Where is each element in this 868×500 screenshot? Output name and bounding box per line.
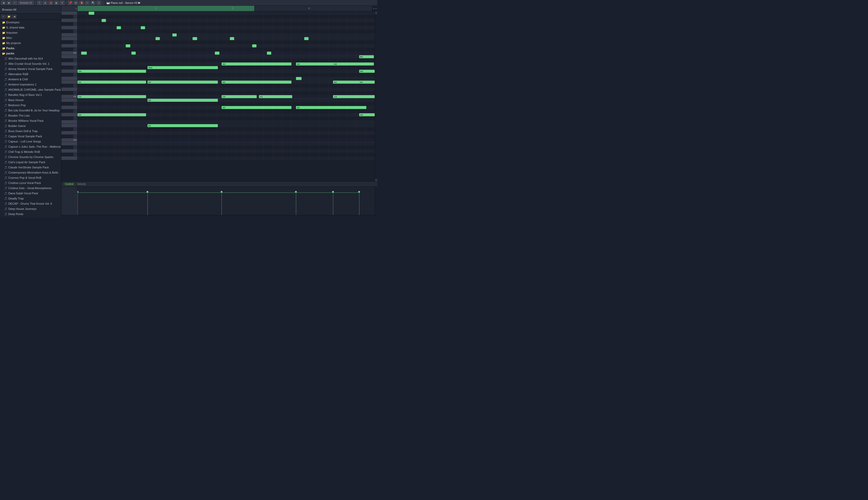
sidebar-item-afro-dancehall[interactable]: 🎵Afro Dancehall with Iss 814	[0, 56, 61, 61]
piano-key-G4[interactable]	[61, 69, 77, 73]
piano-key-F#4[interactable]	[61, 73, 73, 77]
select-tool[interactable]: ◈	[43, 1, 47, 5]
control-label-control[interactable]: Control	[64, 182, 75, 186]
piano-key-A#4[interactable]	[61, 58, 73, 62]
sidebar-item-ciels-liquid[interactable]: 🎵Ciel's Liquid Air Sample Pack	[0, 160, 61, 165]
note-G#4-4[interactable]: G#4	[147, 66, 218, 69]
sidebar-item-bandlez[interactable]: 🎵Bandlez Bag of Bass Vol.1	[0, 92, 61, 98]
note-G3-37[interactable]: G3	[359, 113, 375, 116]
piano-key-E5[interactable]	[61, 37, 77, 41]
piano-key-A3[interactable]	[61, 106, 77, 109]
sidebar-item-contemporary[interactable]: 🎵Contemporary Minimalism Keys & Bells	[0, 170, 61, 175]
piano-key-A#2[interactable]	[61, 146, 73, 149]
sidebar-item-boi1da[interactable]: 🎵Boi-1da Soundkit B..ds for Your Headtop	[0, 108, 61, 113]
note-E4-36[interactable]: E4	[359, 81, 375, 84]
note-A4-8[interactable]: A4	[221, 62, 292, 66]
piano-key-G#2[interactable]	[61, 153, 73, 157]
sidebar-item-breakin-law[interactable]: 🎵Breakin The Law	[0, 113, 61, 118]
sidebar-item-buss-down[interactable]: 🎵Buss Down Drill & Trap	[0, 128, 61, 134]
note-E5-18[interactable]	[193, 37, 197, 40]
sidebar-item-claude[interactable]: 🎵Claude VonStroke Sample Pack	[0, 165, 61, 170]
sidebar-item-envelopes[interactable]: 📁Envelopes	[0, 20, 61, 25]
sidebar-item-capsun-lofi[interactable]: 🎵Capsun - Lofi Love Songs	[0, 139, 61, 144]
note-G4-0[interactable]: G4	[78, 70, 146, 73]
note-D5-22[interactable]	[252, 44, 256, 47]
right-scrollbar[interactable]: ▲ ▼	[375, 11, 377, 181]
piano-key-G5[interactable]	[61, 26, 77, 30]
piano-key-A2[interactable]	[61, 149, 77, 153]
piano-key-D#5[interactable]	[61, 41, 73, 44]
browser-button[interactable]: Browser All	[18, 1, 34, 5]
piano-key-D#4[interactable]	[61, 84, 73, 88]
note-E5-17[interactable]	[156, 37, 160, 40]
piano-key-G3[interactable]	[61, 113, 77, 116]
sidebar-item-ambient-insp[interactable]: 🎵Ambient Inspirations 1	[0, 82, 61, 87]
sidebar-item-brooke-williams[interactable]: 🎵Brooke Williams Vocal Pack	[0, 118, 61, 123]
sidebar-item-ambient-chill[interactable]: 🎵Ambient & Chill	[0, 77, 61, 82]
zoom-tool[interactable]: 🔍	[91, 1, 95, 5]
sidebar-item-misc[interactable]: 📁Misc	[0, 35, 61, 41]
draw-tool[interactable]: ✎	[37, 1, 42, 5]
piano-key-G#5[interactable]	[61, 22, 73, 26]
note-E5-19[interactable]	[230, 37, 234, 40]
sidebar-item-cappa[interactable]: 🎵Cappa Vocal Sample Pack	[0, 134, 61, 139]
play-button[interactable]: ▶	[54, 1, 59, 5]
piano-key-A4[interactable]	[61, 62, 77, 66]
piano-key-D5[interactable]	[61, 44, 77, 48]
sidebar-item-bedroom-pop[interactable]: 🎵Bedroom Pop	[0, 103, 61, 108]
piano-key-F3[interactable]	[61, 120, 77, 124]
note-C5-25[interactable]	[215, 52, 219, 55]
sidebar-item-aloma-steele[interactable]: 🎵Aloma Steele's Vocal Sample Pack	[0, 66, 61, 71]
note-E5-20[interactable]	[304, 37, 309, 40]
note-B3-6[interactable]: B3	[147, 99, 218, 102]
note-A5-13[interactable]	[102, 19, 106, 22]
record-button[interactable]: ⏺	[48, 1, 53, 5]
sidebar-item-deep-house[interactable]: 🎵Deep House Journeys	[0, 206, 61, 212]
note-E3-7[interactable]: E3	[147, 124, 218, 127]
loop-button[interactable]: ↺	[60, 1, 65, 5]
piano-key-B3[interactable]	[61, 99, 77, 102]
sidebar-item-packs[interactable]: 📁Packs	[0, 46, 61, 51]
piano-key-C3[interactable]: C3	[61, 138, 77, 142]
sidebar-item-impulses[interactable]: 📁Impulses	[0, 30, 61, 35]
bottom-scrollbar[interactable]	[61, 215, 377, 218]
sidebar-item-bass-house[interactable]: 🎵Bass House	[0, 98, 61, 103]
piano-key-B4[interactable]	[61, 55, 77, 58]
piano-key-B2[interactable]	[61, 142, 77, 146]
control-label-velocity[interactable]: Velocity	[77, 183, 86, 185]
note-D5-21[interactable]	[126, 44, 130, 47]
sidebar-item-deadly-trap[interactable]: 🎵Deadly Trap	[0, 196, 61, 201]
piano-key-A#3[interactable]	[61, 102, 73, 106]
slice-tool[interactable]: ✂	[85, 1, 90, 5]
sidebar-item-dana-salah[interactable]: 🎵Dana Salah Vocal Pack	[0, 191, 61, 196]
piano-key-C5[interactable]: C5	[61, 51, 77, 55]
note-G5-15[interactable]	[141, 26, 145, 29]
piano-key-G#3[interactable]	[61, 109, 73, 113]
piano-key-D4[interactable]	[61, 88, 77, 91]
timeline-ruler[interactable]: 2345	[78, 6, 372, 11]
note-A4-30[interactable]: A4	[333, 62, 374, 66]
sidebar-item-chrome-sounds[interactable]: 🎵Chrome Sounds by Chrome Sparks	[0, 155, 61, 160]
piano-key-A5[interactable]	[61, 19, 77, 22]
piano-key-G2[interactable]	[61, 157, 77, 160]
note-B5-12[interactable]	[89, 12, 94, 15]
piano-key-B5[interactable]	[61, 11, 77, 15]
note-G4-35[interactable]: G4	[359, 70, 375, 73]
piano-key-C#4[interactable]	[61, 91, 73, 95]
piano-key-A#5[interactable]	[61, 15, 73, 19]
sidebar-item-cosmos[interactable]: 🎵Cosmos Pop & Vocal RnB	[0, 175, 61, 180]
note-C5-24[interactable]	[132, 52, 136, 55]
note-E4-1[interactable]: E4	[78, 81, 146, 84]
sidebar-item-allie-crystal[interactable]: 🎵Allie Crystal Vocal Sounds Vol. 1	[0, 61, 61, 66]
sidebar-item-deep-roots[interactable]: 🎵Deep Roots	[0, 212, 61, 217]
note-F4-29[interactable]	[296, 77, 301, 80]
piano-key-F4[interactable]	[61, 77, 77, 80]
note-G3-3[interactable]: G3	[78, 113, 146, 116]
note-E4-9[interactable]: E4	[221, 81, 292, 84]
pin-tool[interactable]: 📌	[68, 1, 72, 5]
sidebar-item-packs-open[interactable]: 📂packs	[0, 51, 61, 56]
sidebar-item-chill-trap[interactable]: 🎵Chill Trap & Melodic RnB	[0, 149, 61, 155]
sidebar-item-my-projects[interactable]: 📁My projects	[0, 41, 61, 46]
piano-key-F5[interactable]	[61, 33, 77, 37]
sidebar-btn-add[interactable]: +	[1, 14, 6, 19]
